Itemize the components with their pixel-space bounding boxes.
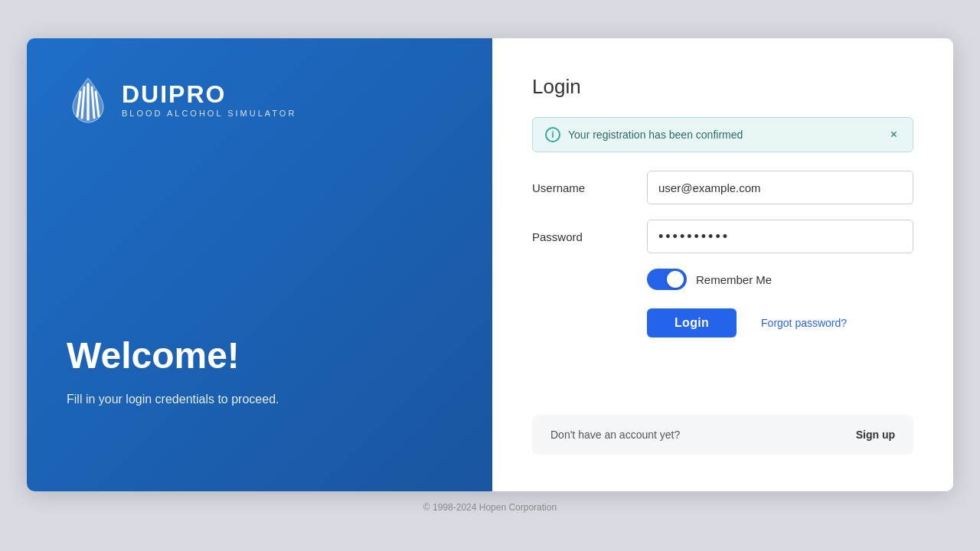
forgot-password-link[interactable]: Forgot password? [761, 317, 847, 329]
login-button[interactable]: Login [647, 308, 737, 337]
username-row: Username [532, 171, 913, 204]
alert-left: i Your registration has been confirmed [545, 127, 743, 142]
welcome-section: Welcome! Fill in your login credentials … [67, 334, 452, 409]
logo-icon [67, 75, 109, 124]
remember-me-toggle[interactable] [647, 269, 687, 290]
signup-bar: Don't have an account yet? Sign up [532, 415, 913, 455]
alert-banner: i Your registration has been confirmed × [532, 117, 913, 152]
login-title: Login [532, 75, 913, 99]
password-row: Password [532, 220, 913, 253]
footer: © 1998-2024 Hopen Corporation [423, 502, 557, 513]
welcome-subtitle: Fill in your login credentials to procee… [67, 390, 452, 409]
welcome-title: Welcome! [67, 334, 452, 377]
remember-me-label: Remember Me [696, 273, 772, 286]
logo-area: DUIPRO BLOOD ALCOHOL SIMULATOR [67, 75, 452, 124]
logo-text-area: DUIPRO BLOOD ALCOHOL SIMULATOR [122, 82, 296, 118]
signup-prompt: Don't have an account yet? [550, 429, 680, 441]
alert-message: Your registration has been confirmed [568, 129, 743, 141]
right-panel: Login i Your registration has been confi… [492, 38, 953, 491]
alert-close-button[interactable]: × [887, 129, 900, 141]
signup-link[interactable]: Sign up [856, 429, 895, 441]
password-label: Password [532, 230, 647, 243]
username-label: Username [532, 181, 647, 194]
left-panel: DUIPRO BLOOD ALCOHOL SIMULATOR Welcome! … [27, 38, 492, 491]
logo-subtitle: BLOOD ALCOHOL SIMULATOR [122, 109, 296, 118]
page-wrapper: DUIPRO BLOOD ALCOHOL SIMULATOR Welcome! … [0, 0, 980, 551]
toggle-thumb [667, 271, 684, 288]
main-card: DUIPRO BLOOD ALCOHOL SIMULATOR Welcome! … [27, 38, 953, 491]
remember-me-row: Remember Me [532, 269, 913, 290]
username-input[interactable] [647, 171, 913, 204]
password-input[interactable] [647, 220, 913, 253]
logo-name: DUIPRO [122, 82, 296, 106]
actions-row: Login Forgot password? [532, 308, 913, 337]
info-icon: i [545, 127, 560, 142]
